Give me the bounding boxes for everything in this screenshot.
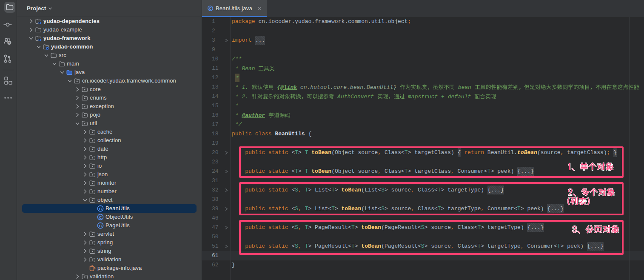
svg-text:C: C [99, 215, 102, 220]
svg-text:C: C [99, 223, 102, 228]
svg-text:?: ? [8, 41, 10, 45]
svg-text:C: C [209, 6, 211, 11]
svg-text:C: C [99, 206, 102, 211]
